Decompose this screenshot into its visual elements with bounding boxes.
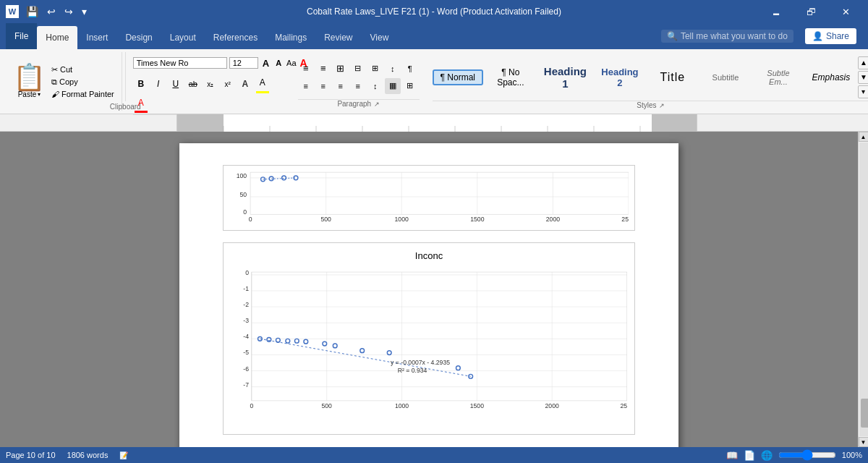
align-left-btn[interactable]: ≡ [298, 78, 314, 94]
styles-scroll-up[interactable]: ▲ [858, 56, 868, 69]
tab-home[interactable]: Home [37, 26, 77, 49]
zoom-slider[interactable] [778, 451, 836, 459]
share-icon: 👤 [812, 31, 823, 41]
read-mode-btn[interactable]: 📖 [726, 450, 738, 461]
tab-references[interactable]: References [205, 26, 266, 49]
styles-gallery-arrows: ▲ ▼ ▾ [858, 56, 868, 98]
highlight-container: A [255, 75, 271, 93]
style-heading2[interactable]: Heading 2 [595, 64, 645, 91]
font-format-buttons: B I U ab x₂ x² A A A [133, 75, 284, 113]
styles-expand[interactable]: ▾ [858, 85, 868, 98]
style-title[interactable]: Title [647, 68, 698, 87]
text-effect-btn[interactable]: A [237, 76, 253, 92]
track-changes-icon: 📝 [119, 451, 128, 459]
scroll-up-btn[interactable]: ▲ [859, 132, 869, 142]
minimize-btn[interactable]: 🗕 [760, 0, 793, 23]
font-group: A A Aa A B I U ab x₂ x² A A [129, 52, 288, 111]
tab-file[interactable]: File [6, 23, 37, 49]
font-color-btn[interactable]: A [133, 95, 149, 111]
styles-expand-icon[interactable]: ↗ [659, 102, 665, 109]
multilevel-list-btn[interactable]: ⊞ [333, 61, 349, 77]
doc-scroll-area[interactable]: 100 50 0 0 500 1000 1500 2000 2500 [0, 132, 858, 447]
tab-layout[interactable]: Layout [161, 26, 205, 49]
print-layout-btn[interactable]: 📄 [744, 450, 755, 461]
font-size-input[interactable] [229, 57, 258, 69]
svg-text:0: 0 [245, 269, 249, 276]
bold-btn[interactable]: B [133, 76, 149, 92]
style-heading1[interactable]: Heading 1 [538, 62, 592, 93]
svg-rect-35 [252, 272, 627, 401]
style-subtle-em-preview: Subtle Em... [759, 69, 798, 86]
svg-text:-4: -4 [243, 333, 249, 340]
tab-review[interactable]: Review [315, 26, 361, 49]
style-emphasis[interactable]: Emphasis [806, 69, 856, 85]
title-bar: W 💾 ↩ ↪ ▾ Cobalt Rate Laws_LIVE F21 (1) … [0, 0, 868, 23]
paste-dropdown-icon[interactable]: ▾ [38, 91, 41, 98]
cut-button[interactable]: ✂ Cut [48, 64, 117, 75]
line-spacing-btn[interactable]: ↕ [367, 78, 383, 94]
chart-2-container: Inconc 0 -1 -2 -3 -4 -5 -6 -7 [223, 242, 635, 435]
style-normal[interactable]: ¶ Normal [433, 69, 483, 85]
clipboard-small-btns: ✂ Cut ⧉ Copy 🖌 Format Painter [48, 52, 117, 111]
justify-btn[interactable]: ≡ [350, 78, 366, 94]
scroll-down-btn[interactable]: ▼ [859, 437, 869, 447]
document-page: 100 50 0 0 500 1000 1500 2000 2500 [179, 143, 678, 447]
align-right-btn[interactable]: ≡ [333, 78, 349, 94]
window-controls: 🗕 🗗 ✕ [760, 0, 862, 23]
share-button[interactable]: 👤 Share [805, 28, 856, 44]
qa-dropdown[interactable]: ▾ [79, 4, 90, 19]
decrease-indent-btn[interactable]: ⊟ [350, 61, 366, 77]
save-quick-btn[interactable]: 💾 [23, 4, 41, 19]
border-btn[interactable]: ⊞ [402, 78, 418, 94]
number-list-btn[interactable]: ≡ [315, 61, 331, 77]
scroll-thumb[interactable] [861, 399, 869, 428]
paragraph-expand-icon[interactable]: ↗ [374, 101, 380, 108]
shrink-font-btn[interactable]: A [273, 58, 284, 68]
svg-text:1500: 1500 [470, 216, 485, 222]
svg-text:1500: 1500 [470, 402, 484, 409]
paste-button[interactable]: 📋 Paste ▾ [10, 52, 48, 111]
redo-btn[interactable]: ↪ [61, 4, 76, 19]
increase-indent-btn[interactable]: ⊞ [367, 61, 383, 77]
web-layout-btn[interactable]: 🌐 [761, 450, 773, 461]
bullet-list-btn[interactable]: ≡ [298, 61, 314, 77]
strikethrough-btn[interactable]: ab [185, 76, 201, 92]
superscript-btn[interactable]: x² [220, 76, 236, 92]
tab-insert[interactable]: Insert [77, 26, 116, 49]
list-buttons: ≡ ≡ ⊞ ⊟ ⊞ ↕ ¶ [298, 61, 420, 77]
style-heading1-preview: Heading 1 [544, 65, 587, 90]
style-subtle-emphasis[interactable]: Subtle Em... [753, 66, 804, 89]
window-title: Cobalt Rate Laws_LIVE F21 (1) - Word (Pr… [307, 7, 561, 17]
align-center-btn[interactable]: ≡ [315, 78, 331, 94]
style-subtitle[interactable]: Subtitle [700, 70, 751, 85]
undo-btn[interactable]: ↩ [44, 4, 59, 19]
title-bar-left: W 💾 ↩ ↪ ▾ [6, 4, 90, 19]
grow-font-btn[interactable]: A [260, 57, 271, 69]
maximize-btn[interactable]: 🗗 [794, 0, 827, 23]
copy-button[interactable]: ⧉ Copy [48, 77, 117, 88]
style-no-spacing[interactable]: ¶ No Spac... [485, 64, 536, 90]
show-formatting-btn[interactable]: ¶ [402, 61, 418, 77]
paste-icon: 📋 [13, 64, 46, 90]
sort-btn[interactable]: ↕ [385, 61, 401, 77]
italic-btn[interactable]: I [150, 76, 166, 92]
shading-btn[interactable]: ▦ [385, 78, 401, 94]
tab-mailings[interactable]: Mailings [266, 26, 315, 49]
vertical-scrollbar[interactable]: ▲ ▼ [858, 132, 868, 447]
underline-btn[interactable]: U [168, 76, 184, 92]
style-subtitle-preview: Subtitle [712, 73, 739, 82]
subscript-btn[interactable]: x₂ [203, 76, 218, 92]
styles-scroll-down[interactable]: ▼ [858, 71, 868, 84]
close-btn[interactable]: ✕ [829, 0, 862, 23]
tab-design[interactable]: Design [116, 26, 161, 49]
font-name-input[interactable] [133, 57, 227, 69]
highlight-indicator [256, 91, 269, 93]
paragraph-group: ≡ ≡ ⊞ ⊟ ⊞ ↕ ¶ ≡ ≡ ≡ ≡ ↕ ▦ ⊞ Paragraph ↗ [294, 52, 424, 111]
highlight-btn[interactable]: A [255, 75, 271, 90]
svg-rect-1 [177, 114, 224, 132]
format-painter-button[interactable]: 🖌 Format Painter [48, 89, 117, 99]
svg-text:50: 50 [240, 191, 247, 198]
search-bar[interactable]: 🔍 Tell me what you want to do [661, 30, 793, 43]
tab-view[interactable]: View [362, 26, 398, 49]
svg-text:1000: 1000 [395, 402, 409, 409]
